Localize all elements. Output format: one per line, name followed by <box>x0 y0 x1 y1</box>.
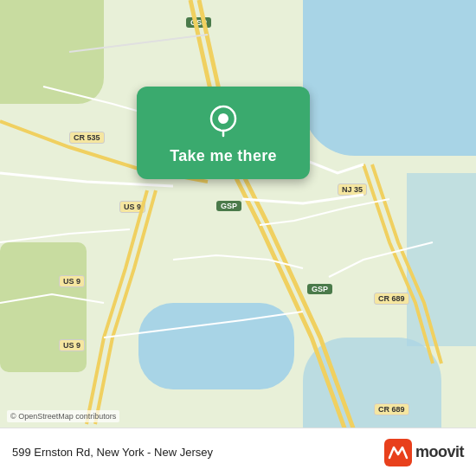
location-pin-icon <box>206 104 241 138</box>
address-label: 599 Ernston Rd, New York - New Jersey <box>12 446 213 459</box>
bottom-bar: 599 Ernston Rd, New York - New Jersey mo… <box>0 428 476 476</box>
osm-credit: © OpenStreetMap contributors <box>7 410 119 422</box>
map-popup: Take me there <box>137 87 310 179</box>
road-network <box>0 0 476 433</box>
map-container: GSP CR 535 CR 535 US 9 GSP NJ 35 GSP US … <box>0 0 476 476</box>
take-me-there-button[interactable]: Take me there <box>170 147 277 165</box>
svg-point-1 <box>218 113 228 124</box>
moovit-logo: moovit <box>384 439 464 466</box>
moovit-text: moovit <box>415 443 464 461</box>
moovit-icon <box>384 439 412 466</box>
